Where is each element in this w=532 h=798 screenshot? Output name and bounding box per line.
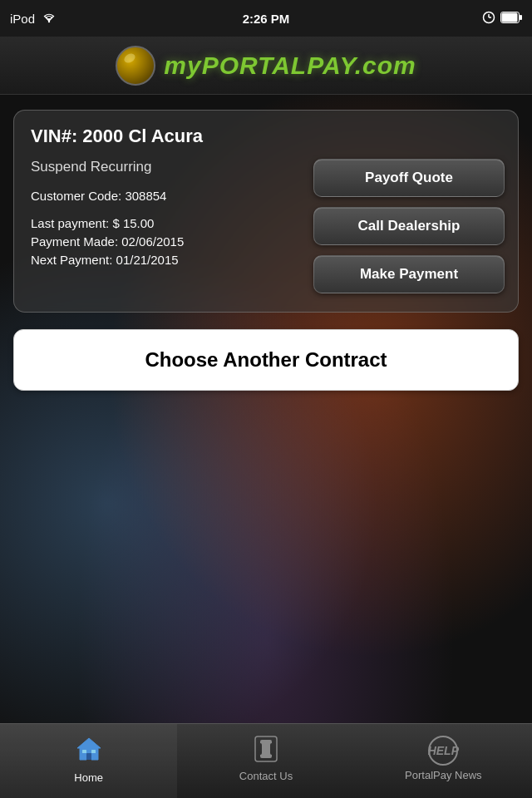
- svg-rect-5: [520, 15, 522, 20]
- contact-icon: [252, 735, 280, 766]
- status-right: [482, 11, 522, 27]
- tab-home[interactable]: Home: [0, 724, 177, 798]
- status-left: iPod: [10, 12, 57, 26]
- payment-made-value: : 02/06/2015: [115, 234, 184, 249]
- logo-ball-icon: [116, 46, 155, 86]
- status-bar: iPod 2:26 PM: [0, 0, 532, 37]
- vehicle-card: VIN#: 2000 Cl Acura Suspend Recurring Cu…: [13, 110, 519, 313]
- tab-bar: Home Contact Us HELP PortalPay News: [0, 723, 532, 798]
- tab-news-label: PortalPay News: [405, 769, 481, 781]
- news-icon: HELP: [428, 736, 458, 766]
- last-payment-value: : $ 15.00: [106, 216, 154, 230]
- next-payment-value: : 01/21/2015: [109, 253, 178, 267]
- payment-made-label: Payment Made: [31, 234, 115, 249]
- call-dealership-button[interactable]: Call Dealership: [313, 207, 505, 245]
- home-icon: [73, 733, 105, 768]
- logo-text: myPORTALPAY.com: [164, 52, 416, 80]
- tab-home-label: Home: [74, 771, 103, 784]
- svg-point-0: [48, 20, 50, 22]
- suspend-recurring-label: Suspend Recurring: [31, 159, 303, 175]
- card-left: Suspend Recurring Customer Code: 308854 …: [31, 159, 303, 271]
- payment-made-line: Payment Made: 02/06/2015: [31, 234, 303, 249]
- app-header: myPORTALPAY.com: [0, 37, 532, 95]
- card-layout: Suspend Recurring Customer Code: 308854 …: [31, 159, 505, 293]
- battery-icon: [500, 12, 522, 26]
- svg-rect-10: [91, 750, 96, 753]
- info-block: Customer Code: 308854 Last payment: $ 15…: [31, 189, 303, 267]
- svg-rect-9: [82, 750, 86, 753]
- logo-container: myPORTALPAY.com: [116, 46, 416, 86]
- last-payment-label: Last payment: [31, 216, 106, 230]
- device-label: iPod: [10, 12, 35, 26]
- svg-rect-8: [86, 753, 91, 760]
- tab-contact-label: Contact Us: [239, 770, 293, 782]
- card-title: VIN#: 2000 Cl Acura: [31, 126, 505, 147]
- last-payment-line: Last payment: $ 15.00: [31, 216, 303, 230]
- choose-contract-button[interactable]: Choose Another Contract: [13, 329, 519, 391]
- customer-code-line: Customer Code: 308854: [31, 189, 303, 203]
- time-display: 2:26 PM: [243, 12, 290, 26]
- next-payment-label: Next Payment: [31, 253, 109, 267]
- payoff-quote-button[interactable]: Payoff Quote: [313, 159, 505, 197]
- tab-news[interactable]: HELP PortalPay News: [355, 724, 532, 798]
- wifi-icon: [42, 12, 57, 26]
- tab-contact[interactable]: Contact Us: [177, 724, 354, 798]
- clock-icon: [482, 11, 495, 27]
- card-right: Payoff Quote Call Dealership Make Paymen…: [313, 159, 505, 293]
- make-payment-button[interactable]: Make Payment: [313, 255, 505, 293]
- svg-rect-6: [502, 12, 518, 22]
- next-payment-line: Next Payment: 01/21/2015: [31, 253, 303, 267]
- main-content: VIN#: 2000 Cl Acura Suspend Recurring Cu…: [0, 95, 532, 406]
